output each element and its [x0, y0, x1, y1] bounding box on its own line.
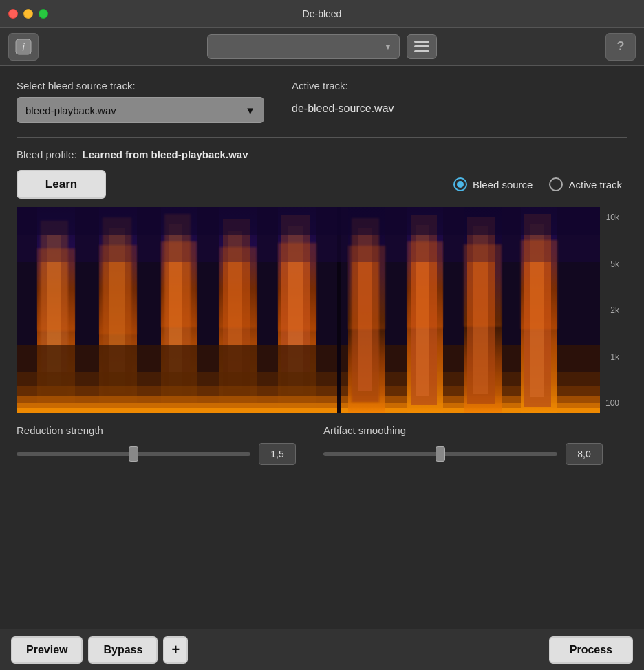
reduction-slider-thumb[interactable]: [129, 446, 138, 462]
bleed-profile-value: Learned from bleed-playback.wav: [83, 149, 248, 160]
svg-rect-45: [219, 247, 257, 328]
svg-rect-46: [278, 243, 316, 331]
process-label: Process: [570, 644, 612, 656]
freq-label-10k: 10k: [606, 213, 619, 222]
bypass-label: Bypass: [103, 644, 142, 656]
dropdown-arrow-icon: ▼: [384, 42, 392, 52]
svg-rect-48: [407, 241, 443, 328]
active-track-radio[interactable]: Active track: [549, 177, 622, 191]
artifact-value: 8,0: [577, 449, 590, 460]
bleed-source-radio-label: Bleed source: [473, 179, 533, 191]
menu-button[interactable]: [407, 34, 437, 59]
process-button[interactable]: Process: [549, 636, 633, 664]
reduction-slider-track[interactable]: [17, 452, 250, 456]
main-content: Select bleed source track: bleed-playbac…: [0, 66, 644, 493]
active-track-radio-circle[interactable]: [549, 177, 563, 191]
plugin-icon-button[interactable]: i: [8, 33, 39, 61]
close-button[interactable]: [8, 9, 18, 19]
plus-button[interactable]: +: [163, 636, 188, 664]
freq-labels: 10k 5k 2k 1k 100: [589, 207, 622, 413]
help-button[interactable]: ?: [605, 33, 636, 61]
svg-rect-43: [99, 245, 137, 334]
preset-dropdown[interactable]: ▼: [207, 34, 400, 59]
svg-rect-50: [521, 240, 557, 329]
title-bar: De-bleed: [0, 0, 644, 28]
maximize-button[interactable]: [39, 9, 48, 19]
preview-label: Preview: [26, 644, 67, 656]
toolbar: i ▼ ?: [0, 28, 644, 66]
active-track-group: Active track: de-bleed-source.wav: [292, 80, 394, 115]
spectrogram-container: 10k 5k 2k 1k 100: [17, 207, 622, 413]
artifact-smoothing-group: Artifact smoothing 8,0: [323, 424, 603, 465]
svg-rect-3: [414, 45, 429, 47]
artifact-label: Artifact smoothing: [323, 424, 603, 436]
track-select-group: Select bleed source track: bleed-playbac…: [17, 80, 264, 123]
learn-button-label: Learn: [45, 177, 77, 191]
bottom-bar: Preview Bypass + Process: [0, 629, 644, 670]
traffic-lights: [8, 9, 48, 19]
active-track-label: Active track:: [292, 80, 394, 91]
divider-1: [17, 137, 627, 138]
artifact-slider-thumb[interactable]: [436, 446, 445, 462]
svg-rect-41: [17, 207, 600, 235]
artifact-slider-track[interactable]: [323, 452, 557, 456]
reduction-value: 1,5: [270, 449, 283, 460]
track-selection-row: Select bleed source track: bleed-playbac…: [17, 80, 627, 123]
bleed-profile-row: Bleed profile: Learned from bleed-playba…: [17, 149, 627, 160]
svg-rect-44: [161, 241, 197, 327]
learn-button[interactable]: Learn: [17, 170, 106, 199]
active-track-radio-label: Active track: [568, 179, 622, 191]
svg-rect-26: [17, 408, 600, 413]
svg-rect-47: [348, 246, 385, 329]
bypass-button[interactable]: Bypass: [88, 636, 158, 664]
sliders-section: Reduction strength 1,5 Artifact smoothin…: [17, 424, 627, 465]
select-track-label: Select bleed source track:: [17, 80, 264, 91]
svg-rect-49: [464, 244, 502, 327]
plugin-icon: i: [14, 37, 33, 56]
help-label: ?: [617, 39, 625, 54]
reduction-label: Reduction strength: [17, 424, 296, 436]
reduction-value-box: 1,5: [259, 443, 296, 465]
active-track-value: de-bleed-source.wav: [292, 97, 394, 115]
bleed-profile-label: Bleed profile:: [17, 149, 77, 160]
svg-rect-4: [414, 50, 429, 52]
preview-button[interactable]: Preview: [11, 636, 83, 664]
bleed-source-radio[interactable]: Bleed source: [453, 177, 533, 191]
freq-label-1k: 1k: [610, 352, 619, 362]
freq-label-100: 100: [605, 398, 619, 408]
svg-rect-2: [414, 41, 429, 43]
minimize-button[interactable]: [23, 9, 33, 19]
reduction-strength-group: Reduction strength 1,5: [17, 424, 296, 465]
spectrogram-canvas: [17, 207, 600, 413]
plus-label: +: [172, 642, 180, 658]
svg-rect-42: [37, 248, 75, 331]
freq-label-5k: 5k: [610, 259, 619, 269]
radio-group: Bleed source Active track: [453, 177, 627, 191]
bleed-source-value: bleed-playback.wav: [25, 105, 116, 116]
bleed-source-dropdown[interactable]: bleed-playback.wav ▼: [17, 97, 264, 123]
freq-label-2k: 2k: [610, 305, 619, 315]
reduction-slider-row: 1,5: [17, 443, 296, 465]
menu-icon: [414, 41, 429, 53]
spectrogram-svg: [17, 207, 600, 413]
bleed-source-radio-circle[interactable]: [453, 177, 467, 191]
track-dropdown-arrow-icon: ▼: [245, 105, 255, 116]
artifact-value-box: 8,0: [566, 443, 603, 465]
learn-radio-row: Learn Bleed source Active track: [17, 170, 627, 199]
window-title: De-bleed: [303, 8, 342, 19]
artifact-slider-row: 8,0: [323, 443, 603, 465]
